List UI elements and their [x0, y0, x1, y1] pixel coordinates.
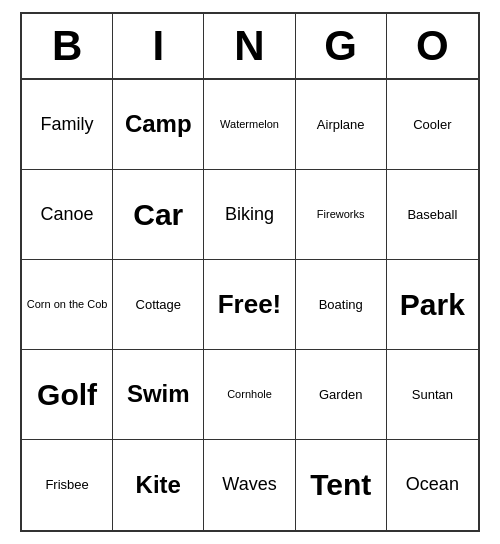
cell-text: Fireworks [317, 208, 365, 221]
bingo-cell: Golf [22, 350, 113, 440]
bingo-cell: Garden [296, 350, 387, 440]
cell-text: Kite [136, 471, 181, 500]
cell-text: Cornhole [227, 388, 272, 401]
bingo-cell: Corn on the Cob [22, 260, 113, 350]
header-letter: B [22, 14, 113, 78]
cell-text: Camp [125, 110, 192, 139]
bingo-cell: Park [387, 260, 478, 350]
cell-text: Suntan [412, 387, 453, 403]
cell-text: Airplane [317, 117, 365, 133]
header-letter: N [204, 14, 295, 78]
bingo-cell: Biking [204, 170, 295, 260]
cell-text: Watermelon [220, 118, 279, 131]
bingo-cell: Baseball [387, 170, 478, 260]
bingo-cell: Free! [204, 260, 295, 350]
cell-text: Waves [222, 474, 276, 496]
cell-text: Car [133, 197, 183, 233]
bingo-cell: Family [22, 80, 113, 170]
bingo-cell: Watermelon [204, 80, 295, 170]
bingo-cell: Canoe [22, 170, 113, 260]
bingo-cell: Suntan [387, 350, 478, 440]
cell-text: Boating [319, 297, 363, 313]
cell-text: Park [400, 287, 465, 323]
cell-text: Ocean [406, 474, 459, 496]
bingo-cell: Fireworks [296, 170, 387, 260]
bingo-cell: Car [113, 170, 204, 260]
bingo-cell: Cottage [113, 260, 204, 350]
bingo-cell: Camp [113, 80, 204, 170]
cell-text: Baseball [407, 207, 457, 223]
bingo-cell: Waves [204, 440, 295, 530]
bingo-cell: Airplane [296, 80, 387, 170]
bingo-cell: Swim [113, 350, 204, 440]
bingo-cell: Boating [296, 260, 387, 350]
cell-text: Biking [225, 204, 274, 226]
bingo-card: BINGO FamilyCampWatermelonAirplaneCooler… [20, 12, 480, 532]
cell-text: Frisbee [45, 477, 88, 493]
bingo-cell: Tent [296, 440, 387, 530]
bingo-cell: Frisbee [22, 440, 113, 530]
bingo-cell: Cooler [387, 80, 478, 170]
bingo-header: BINGO [22, 14, 478, 80]
bingo-cell: Cornhole [204, 350, 295, 440]
cell-text: Swim [127, 380, 190, 409]
cell-text: Cooler [413, 117, 451, 133]
cell-text: Cottage [136, 297, 182, 313]
header-letter: G [296, 14, 387, 78]
bingo-grid: FamilyCampWatermelonAirplaneCoolerCanoeC… [22, 80, 478, 530]
cell-text: Golf [37, 377, 97, 413]
cell-text: Corn on the Cob [27, 298, 108, 311]
cell-text: Tent [310, 467, 371, 503]
bingo-cell: Ocean [387, 440, 478, 530]
bingo-cell: Kite [113, 440, 204, 530]
header-letter: I [113, 14, 204, 78]
header-letter: O [387, 14, 478, 78]
cell-text: Family [41, 114, 94, 136]
cell-text: Garden [319, 387, 362, 403]
cell-text: Canoe [41, 204, 94, 226]
cell-text: Free! [218, 289, 282, 320]
